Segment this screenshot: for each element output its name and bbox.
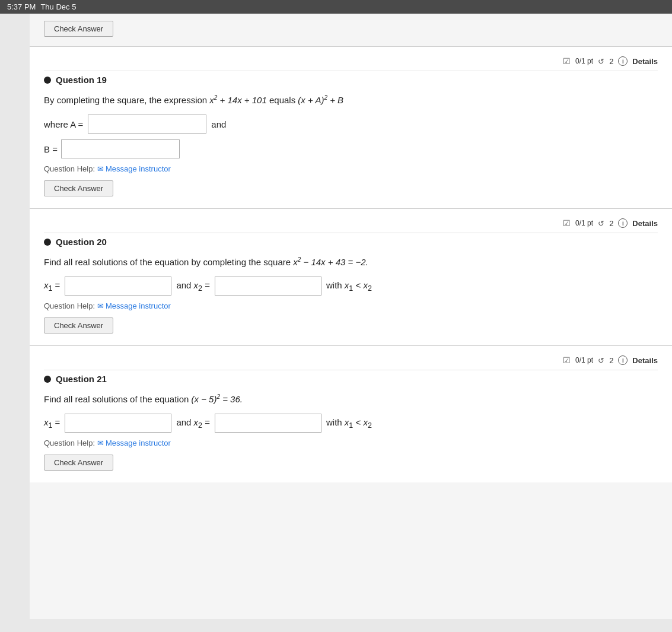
q21-retry-icon: ↺ — [598, 356, 604, 365]
date-display: Thu Dec 5 — [40, 2, 76, 11]
q20-details-link[interactable]: Details — [632, 219, 658, 228]
q21-message-label: Message instructor — [106, 439, 171, 447]
q19-where-label: where A = — [44, 119, 83, 129]
q19-retry-icon: ↺ — [598, 57, 604, 66]
q20-score-info: ☑ 0/1 pt ↺ 2 i Details — [563, 218, 658, 228]
q20-envelope-icon: ✉ — [97, 301, 104, 310]
q19-text-middle: equals — [269, 95, 298, 105]
q19-help: Question Help: ✉ Message instructor — [44, 164, 658, 173]
q21-envelope-icon: ✉ — [97, 439, 104, 447]
q19-and-label: and — [211, 119, 226, 129]
q21-details-link[interactable]: Details — [632, 356, 658, 365]
q21-text-before: Find all real solutions of the equation — [44, 394, 192, 404]
q21-help: Question Help: ✉ Message instructor — [44, 439, 658, 447]
time-display: 5:37 PM — [7, 2, 36, 11]
q20-help: Question Help: ✉ Message instructor — [44, 301, 658, 310]
q19-score-info: ☑ 0/1 pt ↺ 2 i Details — [563, 56, 658, 66]
q21-info-icon[interactable]: i — [618, 355, 628, 365]
q19-b-input[interactable] — [61, 139, 180, 158]
q20-message-label: Message instructor — [106, 301, 171, 310]
q19-expression: x2 + 14x + 101 — [209, 95, 266, 105]
q21-help-label: Question Help: — [44, 439, 95, 447]
q19-message-link[interactable]: ✉ Message instructor — [97, 164, 171, 173]
q19-text: By completing the square, the expression… — [44, 93, 658, 107]
question-21-block: ☑ 0/1 pt ↺ 2 i Details Question 21 Find … — [30, 345, 672, 482]
q19-score: 0/1 pt — [575, 57, 593, 65]
q19-details-link[interactable]: Details — [632, 57, 658, 66]
q20-title: Question 20 — [44, 237, 658, 247]
q19-check-answer-button[interactable]: Check Answer — [44, 180, 113, 196]
q19-title: Question 19 — [44, 75, 658, 85]
q21-checkbox-icon: ☑ — [563, 355, 571, 365]
q20-and-label: and x2 = — [176, 280, 210, 293]
q21-solution-row: x1 = and x2 = with x1 < x2 — [44, 414, 658, 433]
q21-text: Find all real solutions of the equation … — [44, 392, 658, 406]
q19-bullet — [44, 77, 51, 84]
q21-score-info: ☑ 0/1 pt ↺ 2 i Details — [563, 355, 658, 365]
q21-x1-label: x1 = — [44, 417, 60, 430]
q19-expression2: (x + A)2 + B — [298, 95, 343, 105]
q19-b-row: B = — [44, 139, 658, 158]
q19-retries: 2 — [609, 57, 613, 66]
q19-number: Question 19 — [56, 75, 107, 85]
q20-retries: 2 — [609, 219, 613, 228]
q20-expression: x2 − 14x + 43 = −2. — [293, 257, 368, 267]
main-content: Check Answer ☑ 0/1 pt ↺ 2 i Details Ques… — [30, 14, 672, 619]
q21-bullet — [44, 376, 51, 383]
q21-retries: 2 — [609, 356, 613, 365]
q20-bullet — [44, 239, 51, 246]
q20-retry-icon: ↺ — [598, 219, 604, 228]
q19-a-input[interactable] — [88, 115, 206, 134]
q19-message-label: Message instructor — [106, 164, 171, 173]
q20-check-answer-button[interactable]: Check Answer — [44, 317, 113, 334]
q21-with-label: with x1 < x2 — [326, 417, 372, 430]
question-20-block: ☑ 0/1 pt ↺ 2 i Details Question 20 Find … — [30, 208, 672, 345]
top-check-answer-area: Check Answer — [30, 14, 672, 46]
q20-header-row: ☑ 0/1 pt ↺ 2 i Details — [44, 218, 658, 233]
q20-x1-label: x1 = — [44, 280, 60, 293]
q20-with-label: with x1 < x2 — [326, 280, 372, 293]
q21-title: Question 21 — [44, 374, 658, 384]
q21-score: 0/1 pt — [575, 356, 593, 364]
q21-message-link[interactable]: ✉ Message instructor — [97, 439, 171, 447]
q20-text-before: Find all real solutions of the equation … — [44, 257, 293, 267]
q20-x2-input[interactable] — [215, 277, 321, 296]
q21-and-label: and x2 = — [176, 417, 210, 430]
top-check-answer-button[interactable]: Check Answer — [44, 21, 113, 37]
q21-check-answer-button[interactable]: Check Answer — [44, 455, 113, 471]
q20-number: Question 20 — [56, 237, 107, 247]
q20-help-label: Question Help: — [44, 301, 95, 310]
q21-x1-input[interactable] — [65, 414, 171, 433]
q20-message-link[interactable]: ✉ Message instructor — [97, 301, 171, 310]
q20-score: 0/1 pt — [575, 219, 593, 227]
q19-a-row: where A = and — [44, 115, 658, 134]
q19-header-row: ☑ 0/1 pt ↺ 2 i Details — [44, 56, 658, 71]
q19-b-label: B = — [44, 144, 58, 154]
q21-header-row: ☑ 0/1 pt ↺ 2 i Details — [44, 355, 658, 370]
q20-x1-input[interactable] — [65, 277, 171, 296]
top-bar: 5:37 PM Thu Dec 5 — [0, 0, 672, 14]
q21-x2-input[interactable] — [215, 414, 321, 433]
q19-checkbox-icon: ☑ — [563, 56, 571, 66]
q21-number: Question 21 — [56, 374, 107, 384]
q19-info-icon[interactable]: i — [618, 56, 628, 66]
q19-envelope-icon: ✉ — [97, 164, 104, 173]
q19-help-label: Question Help: — [44, 164, 95, 173]
q20-text: Find all real solutions of the equation … — [44, 255, 658, 269]
question-19-block: ☑ 0/1 pt ↺ 2 i Details Question 19 By co… — [30, 46, 672, 208]
q19-text-before: By completing the square, the expression — [44, 95, 209, 105]
q20-solution-row: x1 = and x2 = with x1 < x2 — [44, 277, 658, 296]
q20-info-icon[interactable]: i — [618, 218, 628, 228]
q20-checkbox-icon: ☑ — [563, 218, 571, 228]
q21-expression: (x − 5)2 = 36. — [192, 394, 243, 404]
